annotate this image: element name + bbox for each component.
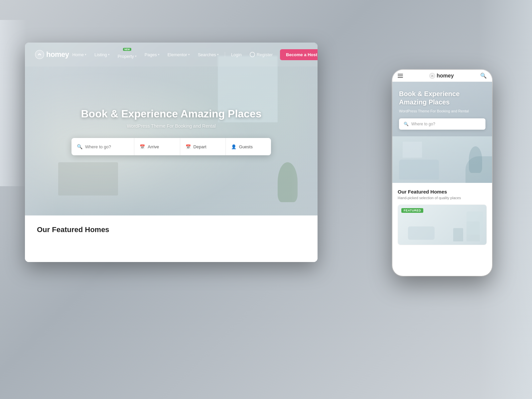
chevron-down-icon: ▾ <box>108 53 110 56</box>
mobile-statusbar: homey 🔍 <box>392 70 492 82</box>
mobile-room-image <box>392 136 492 183</box>
plant-decor <box>469 146 482 173</box>
nav-item-property[interactable]: new Property ▾ <box>114 49 140 61</box>
guests-icon: 👤 <box>231 144 236 149</box>
chevron-down-icon: ▾ <box>135 55 137 58</box>
mobile-featured-title: Our Featured Homes <box>398 189 487 195</box>
logo-icon <box>35 50 44 59</box>
mobile-logo[interactable]: homey <box>429 73 454 79</box>
menu-line <box>398 74 403 74</box>
mobile-property-card[interactable]: FEATURED <box>398 204 487 245</box>
new-badge: new <box>123 48 131 51</box>
mobile-logo-text: homey <box>437 73 454 79</box>
card-furniture <box>408 226 435 240</box>
mobile-device: homey 🔍 Book & Experience Amazing Places… <box>392 70 492 276</box>
nav-item-pages[interactable]: Pages ▾ <box>141 50 163 59</box>
featured-title: Our Featured Homes <box>37 225 306 234</box>
mobile-hero-title: Book & Experience Amazing Places <box>399 90 485 106</box>
room-plant-decor <box>278 162 298 202</box>
mobile-hero-subtitle: WordPress Theme For Booking and Rental <box>399 109 485 113</box>
guests-field[interactable]: 👤 Guests <box>226 138 271 155</box>
arrive-label: Arrive <box>148 144 159 149</box>
menu-line <box>398 75 403 76</box>
where-to-go-field[interactable]: 🔍 <box>71 138 134 155</box>
logo-text: homey <box>46 50 69 59</box>
depart-label: Depart <box>194 144 206 149</box>
depart-field[interactable]: 📅 Depart <box>180 138 226 155</box>
room-table-decor <box>58 162 118 196</box>
mobile-search-icon[interactable]: 🔍 <box>480 72 487 79</box>
nav-register[interactable]: Register <box>246 50 276 59</box>
mobile-featured-section: Our Featured Homes Hand-picked selection… <box>392 183 492 251</box>
card-room-item <box>466 211 483 235</box>
chevron-down-icon: ▾ <box>158 53 160 56</box>
search-bar: 🔍 📅 Arrive 📅 Depart 👤 Guests <box>71 138 271 155</box>
mobile-search-icon-inner: 🔍 <box>404 122 409 126</box>
mobile-hero: Book & Experience Amazing Places WordPre… <box>392 82 492 136</box>
hero-content: Book & Experience Amazing Places WordPre… <box>71 107 271 155</box>
nav-item-home[interactable]: Home ▾ <box>69 50 90 59</box>
nav-item-searches[interactable]: Searches ▾ <box>195 50 222 59</box>
become-host-button[interactable]: Become a Host <box>280 49 318 60</box>
featured-badge: FEATURED <box>401 208 423 213</box>
hero-title: Book & Experience Amazing Places <box>71 107 271 120</box>
bg-decor-left <box>0 20 27 186</box>
window-decor <box>402 141 422 158</box>
guests-label: Guests <box>239 144 253 149</box>
nav-login[interactable]: Login <box>228 50 245 59</box>
nav-divider <box>225 52 225 57</box>
arrive-field[interactable]: 📅 Arrive <box>134 138 180 155</box>
calendar-icon: 📅 <box>186 144 191 149</box>
mobile-featured-subtitle: Hand-picked selection of quality places <box>398 196 487 200</box>
logo[interactable]: homey <box>35 50 69 59</box>
chevron-down-icon: ▾ <box>217 53 219 56</box>
chevron-down-icon: ▾ <box>188 53 190 56</box>
card-decor-2 <box>453 228 463 241</box>
nav-links: Home ▾ Listing ▾ new Property ▾ Pages ▾ <box>69 49 318 61</box>
where-to-go-input[interactable] <box>85 144 129 149</box>
nav-item-listing[interactable]: Listing ▾ <box>91 50 113 59</box>
mobile-logo-icon <box>429 73 435 79</box>
menu-line <box>398 77 403 78</box>
chevron-down-icon: ▾ <box>85 53 86 56</box>
register-icon <box>250 52 255 57</box>
navbar: homey Home ▾ Listing ▾ new Property ▾ Pa… <box>25 43 318 66</box>
sofa-decor <box>399 160 439 180</box>
hero-subtitle: WordPress Theme For Booking and Rental <box>71 123 271 129</box>
nav-item-elementor[interactable]: Elementor ▾ <box>164 50 193 59</box>
search-icon: 🔍 <box>77 144 82 149</box>
card-image: FEATURED <box>398 205 486 245</box>
desktop-window: homey Home ▾ Listing ▾ new Property ▾ Pa… <box>25 43 318 262</box>
mobile-menu-icon[interactable] <box>398 74 403 78</box>
mobile-search-bar[interactable]: 🔍 Where to go? <box>399 118 485 130</box>
featured-section: Our Featured Homes <box>25 215 318 262</box>
mobile-search-placeholder: Where to go? <box>411 122 435 126</box>
mobile-frame: homey 🔍 Book & Experience Amazing Places… <box>392 70 492 276</box>
hero-section: homey Home ▾ Listing ▾ new Property ▾ Pa… <box>25 43 318 215</box>
calendar-icon: 📅 <box>140 144 145 149</box>
